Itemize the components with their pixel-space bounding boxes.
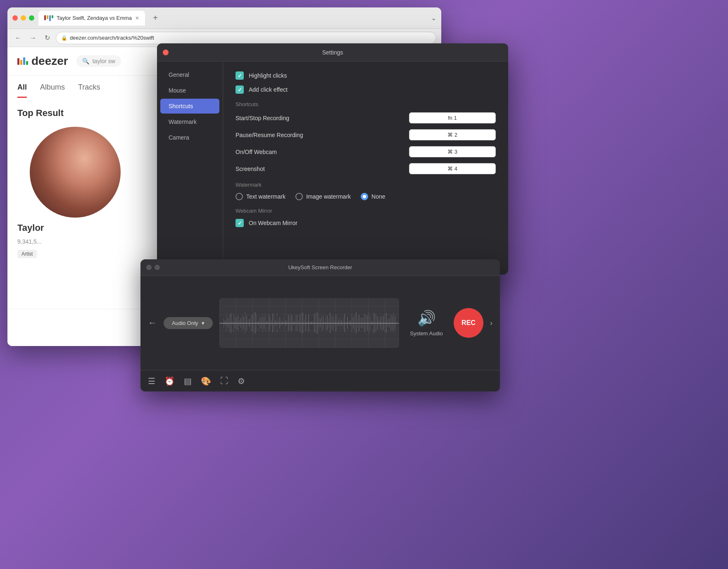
waveform-bar	[251, 315, 251, 331]
waveform-bar	[288, 315, 288, 331]
waveform-bar	[287, 320, 287, 326]
rec-button[interactable]: REC	[454, 308, 483, 338]
favicon-bar2	[47, 15, 48, 19]
waveform-bar	[239, 320, 240, 326]
forward-button[interactable]: →	[27, 33, 39, 43]
artist-name: Taylor	[17, 223, 44, 233]
waveform-bar	[319, 316, 319, 330]
screenshot-key[interactable]	[409, 163, 496, 174]
waveform-bar	[294, 321, 294, 325]
waveform-bar	[367, 315, 368, 331]
waveform-bar	[262, 314, 263, 332]
artist-badge: Artist	[17, 250, 37, 258]
nav-tracks[interactable]: Tracks	[78, 83, 100, 98]
back-button[interactable]: ←	[12, 33, 24, 43]
minimize-traffic-light[interactable]	[21, 15, 26, 21]
artist-fans: 9,341,5...	[17, 238, 41, 245]
add-click-effect-label: Add click effect	[249, 86, 288, 93]
sidebar-item-camera[interactable]: Camera	[160, 130, 219, 145]
waveform-bar	[310, 321, 310, 325]
screenshot-row: Screenshot	[236, 163, 496, 174]
footer-playlist-icon[interactable]: ☰	[148, 376, 155, 386]
artist-avatar	[30, 127, 121, 218]
add-click-effect-checkbox[interactable]	[236, 85, 244, 94]
waveform-bar	[278, 321, 278, 325]
sidebar-item-shortcuts[interactable]: Shortcuts	[160, 99, 219, 114]
settings-titlebar: Settings	[157, 43, 508, 62]
waveform-bar	[323, 316, 323, 330]
waveform-bar	[366, 316, 366, 330]
waveform-bar	[334, 320, 335, 326]
sidebar-item-general[interactable]: General	[160, 67, 219, 82]
waveform-bars	[219, 298, 399, 348]
waveform-bar	[311, 321, 312, 325]
artist-avatar-face	[30, 127, 121, 218]
sidebar-item-mouse[interactable]: Mouse	[160, 83, 219, 98]
speaker-icon: 🔊	[417, 310, 436, 327]
none-watermark-label: None	[371, 193, 385, 200]
image-watermark-radio[interactable]	[295, 193, 303, 200]
start-stop-key[interactable]	[409, 112, 496, 123]
text-watermark-radio[interactable]	[236, 193, 243, 200]
footer-layout-icon[interactable]: ▤	[184, 376, 192, 386]
waveform-bar	[249, 319, 250, 327]
image-watermark-option[interactable]: Image watermark	[295, 193, 351, 200]
waveform-visual	[219, 298, 399, 348]
waveform-bar	[246, 315, 247, 330]
waveform-bar	[248, 320, 248, 326]
browser-tab[interactable]: Taylor Swift, Zendaya vs Emma ✕	[38, 11, 145, 26]
audio-mode-button[interactable]: Audio Only ▾	[164, 317, 213, 329]
address-text: deezer.com/search/tracks/%20swift	[70, 35, 154, 41]
maximize-traffic-light[interactable]	[29, 15, 34, 21]
new-tab-button[interactable]: +	[149, 12, 162, 24]
waveform-bar	[352, 315, 352, 331]
refresh-button[interactable]: ↻	[42, 32, 52, 43]
sidebar-item-watermark[interactable]: Watermark	[160, 114, 219, 129]
tab-menu-button[interactable]: ⌄	[431, 14, 436, 22]
recorder-back-button[interactable]: ←	[148, 318, 157, 328]
recorder-tl-2[interactable]	[155, 265, 160, 270]
waveform-bar	[349, 321, 349, 325]
on-off-webcam-key[interactable]	[409, 146, 496, 157]
on-webcam-mirror-checkbox[interactable]	[236, 219, 244, 227]
waveform-bar	[271, 320, 271, 326]
text-watermark-option[interactable]: Text watermark	[236, 193, 285, 200]
nav-all[interactable]: All	[17, 83, 27, 98]
deezer-search[interactable]: 🔍 taylor sw	[76, 55, 121, 67]
recorder-tl-1[interactable]	[146, 265, 152, 270]
footer-clock-icon[interactable]: ⏰	[164, 376, 175, 386]
waveform-bar	[269, 316, 270, 330]
footer-color-icon[interactable]: 🎨	[201, 376, 211, 386]
rec-chevron-icon[interactable]: ›	[490, 319, 492, 327]
none-watermark-option[interactable]: None	[361, 193, 385, 200]
waveform-bar	[347, 317, 347, 329]
footer-frame-icon[interactable]: ⛶	[220, 376, 228, 386]
highlight-clicks-checkbox[interactable]	[236, 71, 244, 80]
tab-title: Taylor Swift, Zendaya vs Emma	[57, 15, 132, 21]
waveform-bar	[293, 316, 293, 330]
settings-close-button[interactable]	[163, 50, 169, 55]
waveform-bar	[379, 320, 379, 326]
close-traffic-light[interactable]	[12, 15, 18, 21]
nav-albums[interactable]: Albums	[40, 83, 65, 98]
settings-body: General Mouse Shortcuts Watermark Camera…	[157, 62, 508, 275]
tab-close-button[interactable]: ✕	[135, 15, 139, 21]
highlight-clicks-label: Highlight clicks	[249, 72, 287, 79]
waveform-bar	[275, 320, 276, 325]
none-watermark-radio[interactable]	[361, 193, 368, 200]
waveform-bar	[382, 315, 382, 331]
waveform-bar	[386, 313, 386, 333]
footer-settings-icon[interactable]: ⚙	[238, 376, 245, 386]
waveform-area	[219, 282, 399, 364]
waveform-bar	[302, 313, 303, 333]
audio-mode-label: Audio Only	[172, 320, 198, 326]
settings-title: Settings	[322, 49, 343, 56]
waveform-bar	[277, 313, 277, 333]
address-bar[interactable]: 🔒 deezer.com/search/tracks/%20swift	[56, 32, 436, 44]
on-off-webcam-row: On/Off Webcam	[236, 146, 496, 157]
waveform-bar	[374, 313, 375, 333]
waveform-bar	[264, 317, 264, 330]
waveform-bar	[356, 312, 356, 334]
pause-resume-key[interactable]	[409, 129, 496, 140]
waveform-bar	[346, 321, 346, 325]
